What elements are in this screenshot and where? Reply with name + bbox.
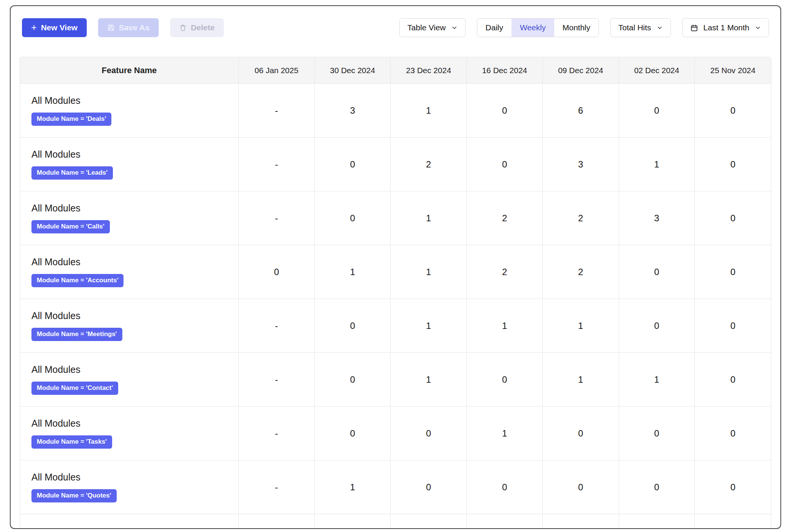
row-title: All Modules: [31, 203, 80, 214]
table-row: All Modules Module Name = 'Tasks' -00100…: [20, 406, 771, 460]
date-header: 23 Dec 2024: [391, 57, 467, 83]
value-cell: 1: [543, 353, 619, 406]
value-cell: 1: [391, 84, 467, 137]
value-cell: -: [239, 84, 315, 137]
filter-badge: Module Name = 'Quotes': [31, 489, 117, 502]
value-cell: 1: [391, 299, 467, 352]
value-cell: 1: [391, 191, 467, 245]
value-cell: -: [239, 407, 315, 460]
table-wrapper: Feature Name 06 Jan 2025 30 Dec 2024 23 …: [20, 57, 771, 529]
delete-button: Delete: [170, 18, 224, 37]
save-as-button: Save As: [98, 18, 159, 37]
chevron-down-icon: [755, 25, 761, 31]
table-row: All Modules Module Name = 'Leads' -02031…: [20, 137, 771, 191]
value-cell: 0: [467, 353, 543, 406]
date-header: 02 Dec 2024: [619, 57, 695, 83]
value-cell: 0: [695, 407, 771, 460]
row-title: All Modules: [31, 472, 80, 483]
table-row: All Modules Module Name = 'Calls' -01223…: [20, 191, 771, 245]
segment-weekly[interactable]: Weekly: [511, 19, 554, 37]
row-title: All Modules: [31, 310, 80, 321]
value-cell: 0: [695, 299, 771, 352]
feature-cell: All Modules Module Name = 'Accounts': [20, 245, 239, 299]
value-cell: 0: [619, 84, 695, 137]
total-hits-select[interactable]: Total Hits: [610, 18, 671, 37]
table-view-select[interactable]: Table View: [399, 18, 465, 37]
table-row: All Modules Module Name = 'Accounts' 011…: [20, 245, 771, 299]
table-row: All Modules Module Name = 'Deals' -31060…: [20, 83, 771, 137]
table-body: All Modules Module Name = 'Deals' -31060…: [20, 83, 771, 514]
value-cell: 0: [315, 299, 391, 352]
feature-cell: All Modules Module Name = 'Meetings': [20, 299, 239, 352]
value-cell: 0: [619, 460, 695, 514]
table-row: All Modules Module Name = 'Quotes' -1000…: [20, 460, 771, 514]
segment-monthly[interactable]: Monthly: [554, 19, 599, 37]
value-cell: 0: [315, 407, 391, 460]
row-title: All Modules: [31, 364, 80, 375]
row-title: All Modules: [31, 95, 80, 106]
value-cell: 0: [391, 407, 467, 460]
table-row: All Modules Module Name = 'Contact' -010…: [20, 352, 771, 406]
value-cell: 1: [619, 138, 695, 191]
value-cell: 0: [315, 353, 391, 406]
value-cell: 1: [467, 407, 543, 460]
plus-icon: +: [31, 22, 37, 32]
filter-badge: Module Name = 'Deals': [31, 113, 111, 126]
value-cell: 0: [619, 245, 695, 299]
feature-cell: All Modules Module Name = 'Calls': [20, 191, 239, 245]
value-cell: 1: [391, 245, 467, 299]
value-cell: 0: [543, 460, 619, 514]
value-cell: -: [239, 299, 315, 352]
feature-cell: All Modules Module Name = 'Tasks': [20, 407, 239, 460]
value-cell: 0: [239, 245, 315, 299]
date-header: 09 Dec 2024: [543, 57, 619, 83]
value-cell: 2: [543, 245, 619, 299]
row-title: All Modules: [31, 418, 80, 429]
value-cell: 2: [543, 191, 619, 245]
toolbar: + New View Save As: [22, 18, 769, 37]
value-cell: 0: [619, 407, 695, 460]
value-cell: 3: [543, 138, 619, 191]
feature-name-header: Feature Name: [20, 57, 239, 83]
value-cell: 2: [467, 245, 543, 299]
save-as-label: Save As: [119, 23, 150, 32]
row-title: All Modules: [31, 149, 80, 160]
value-cell: 1: [543, 299, 619, 352]
value-cell: 0: [467, 84, 543, 137]
toolbar-right-group: Table View Daily Weekly Monthly Total Hi…: [399, 18, 769, 37]
value-cell: 0: [695, 84, 771, 137]
value-cell: 0: [619, 299, 695, 352]
value-cell: 0: [467, 460, 543, 514]
segment-daily[interactable]: Daily: [477, 19, 512, 37]
value-cell: 0: [543, 407, 619, 460]
filter-badge: Module Name = 'Accounts': [31, 274, 123, 287]
value-cell: 0: [315, 191, 391, 245]
partial-row: [20, 514, 771, 529]
value-cell: -: [239, 138, 315, 191]
value-cell: 3: [619, 191, 695, 245]
delete-label: Delete: [191, 23, 215, 32]
total-hits-label: Total Hits: [618, 23, 651, 32]
value-cell: 0: [695, 191, 771, 245]
value-cell: 0: [695, 460, 771, 514]
feature-cell: All Modules Module Name = 'Deals': [20, 84, 239, 137]
date-header: 16 Dec 2024: [467, 57, 543, 83]
row-title: All Modules: [31, 257, 80, 268]
table-row: All Modules Module Name = 'Meetings' -01…: [20, 299, 771, 352]
value-cell: 2: [391, 138, 467, 191]
value-cell: 1: [315, 460, 391, 514]
value-cell: -: [239, 460, 315, 514]
value-cell: 3: [315, 84, 391, 137]
calendar-icon: [690, 24, 698, 32]
new-view-button[interactable]: + New View: [22, 18, 87, 37]
feature-cell: All Modules Module Name = 'Contact': [20, 353, 239, 406]
date-range-select[interactable]: Last 1 Month: [682, 18, 769, 37]
new-view-label: New View: [41, 23, 78, 32]
filter-badge: Module Name = 'Leads': [31, 166, 113, 180]
chevron-down-icon: [451, 25, 458, 31]
value-cell: 1: [391, 353, 467, 406]
usage-table: Feature Name 06 Jan 2025 30 Dec 2024 23 …: [20, 57, 771, 529]
value-cell: 6: [543, 84, 619, 137]
feature-cell: All Modules Module Name = 'Quotes': [20, 460, 239, 514]
save-icon: [107, 24, 115, 31]
